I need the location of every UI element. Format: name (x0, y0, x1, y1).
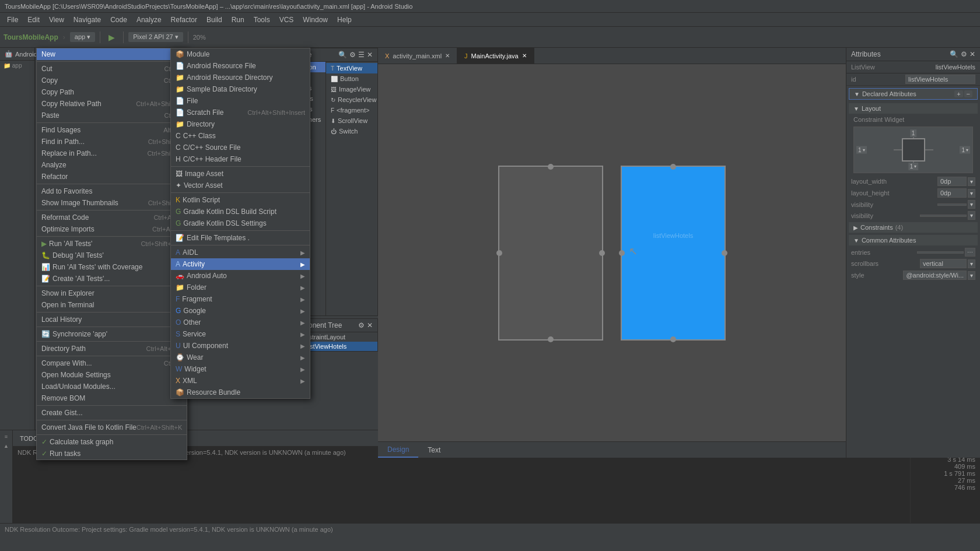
new-other[interactable]: O Other ▶ (171, 317, 310, 328)
menu-vcs[interactable]: VCS (275, 15, 299, 25)
constraint-top-val[interactable]: 1 (910, 129, 917, 137)
declared-remove-btn[interactable]: − (964, 90, 972, 97)
new-resource-bundle[interactable]: 📦 Resource Bundle (171, 387, 310, 398)
ctx-cut[interactable]: Cut Ctrl+X (37, 63, 187, 75)
device-selector[interactable]: Pixel 2 API 27 ▾ (128, 32, 183, 42)
palette-item-imageview[interactable]: 🖼 ImageView (326, 84, 377, 94)
declared-add-btn[interactable]: + (954, 90, 963, 97)
new-android-resource-file[interactable]: 📄 Android Resource File (171, 60, 310, 72)
new-kotlin-script[interactable]: K Kotlin Script (171, 194, 310, 206)
ctx-run-tasks[interactable]: ✓ Run tasks (37, 448, 187, 459)
new-wear[interactable]: ⌚ Wear ▶ (171, 352, 310, 363)
ctx-add-favorites[interactable]: Add to Favorites (37, 185, 187, 197)
ctx-new[interactable]: New ▶ (37, 48, 187, 60)
ctx-local-history[interactable]: Local History ▶ (37, 314, 187, 325)
comp-tree-settings-icon[interactable]: ⚙ (358, 321, 365, 329)
new-ui-component[interactable]: U UI Component ▶ (171, 340, 310, 352)
new-module[interactable]: 📦 Module (171, 48, 310, 60)
menu-refactor[interactable]: Refactor (166, 15, 202, 25)
constraint-right-val[interactable]: 1▾ (960, 146, 970, 154)
ctx-refactor[interactable]: Refactor ▶ (37, 171, 187, 183)
ctx-replace-path[interactable]: Replace in Path... Ctrl+Shift+R (37, 148, 187, 159)
menu-analyze[interactable]: Analyze (132, 15, 166, 25)
new-cpp-class[interactable]: C C++ Class (171, 130, 310, 142)
menu-build[interactable]: Build (202, 15, 227, 25)
ctx-copy-path[interactable]: Copy Path (37, 86, 187, 98)
scrollbars-value[interactable]: vertical (920, 259, 967, 268)
new-widget[interactable]: W Widget ▶ (171, 363, 310, 375)
ctx-find-usages[interactable]: Find Usages Alt+F7 (37, 124, 187, 136)
menu-view[interactable]: View (44, 15, 69, 25)
ctx-paste[interactable]: Paste Ctrl+V (37, 110, 187, 121)
ctx-debug-tests[interactable]: 🐛 Debug 'All Tests' (37, 250, 187, 261)
attr-close-icon[interactable]: ✕ (970, 50, 975, 58)
new-directory[interactable]: 📁 Directory (171, 118, 310, 130)
ctx-image-thumbnails[interactable]: Show Image Thumbnails Ctrl+Shift+T (37, 197, 187, 209)
menu-tools[interactable]: Tools (249, 15, 275, 25)
constraint-left-val[interactable]: 1▾ (856, 146, 867, 154)
palette-item-fragment[interactable]: F <fragment> (326, 105, 377, 115)
xml-tab-close[interactable]: ✕ (445, 52, 450, 59)
palette-item-switch[interactable]: ⏻ Switch (326, 126, 377, 136)
ctx-open-terminal[interactable]: Open in Terminal (37, 299, 187, 311)
menu-file[interactable]: File (2, 15, 23, 25)
new-android-auto[interactable]: 🚗 Android Auto ▶ (171, 270, 310, 282)
new-activity[interactable]: A Activity ▶ (171, 258, 310, 270)
design-tab[interactable]: Design (378, 442, 418, 458)
ctx-show-explorer[interactable]: Show in Explorer (37, 287, 187, 299)
scrollbars-dropdown[interactable]: ▾ (968, 259, 975, 268)
visibility2-dropdown[interactable]: ▾ (968, 211, 975, 220)
new-edit-templates[interactable]: 📝 Edit File Templates . (171, 232, 310, 244)
palette-settings-icon[interactable]: ⚙ (349, 51, 356, 59)
new-android-resource-dir[interactable]: 📁 Android Resource Directory (171, 72, 310, 83)
ctx-calc-graph[interactable]: ✓ Calculate task graph (37, 436, 187, 448)
palette-item-textview[interactable]: T TextView (326, 63, 377, 73)
build-strip-icon2[interactable]: ▲ (2, 442, 10, 450)
palette-item-recyclerview[interactable]: ↻ RecyclerView (326, 94, 377, 105)
new-cpp-source[interactable]: C C/C++ Source File (171, 142, 310, 153)
new-sample-data[interactable]: 📁 Sample Data Directory (171, 83, 310, 95)
ctx-run-coverage[interactable]: 📊 Run 'All Tests' with Coverage (37, 261, 187, 273)
ctx-module-settings[interactable]: Open Module Settings F4 (37, 369, 187, 381)
palette-item-scrollview[interactable]: ⬇ ScrollView (326, 115, 377, 126)
java-tab-close[interactable]: ✕ (522, 52, 527, 59)
new-gradle-build[interactable]: G Gradle Kotlin DSL Build Script (171, 206, 310, 217)
build-strip-icon[interactable]: ≡ (4, 433, 9, 441)
attr-id-value[interactable]: listViewHotels (905, 75, 975, 84)
ctx-copy-relative[interactable]: Copy Relative Path Ctrl+Alt+Shift+C (37, 98, 187, 110)
new-scratch[interactable]: 📄 Scratch File Ctrl+Alt+Shift+Insert (171, 107, 310, 118)
run-button[interactable]: ▶ (105, 31, 118, 43)
visibility2-value[interactable] (920, 215, 967, 217)
palette-layout-icon[interactable]: ☰ (358, 51, 365, 59)
new-fragment[interactable]: F Fragment ▶ (171, 293, 310, 305)
layout-height-dropdown[interactable]: ▾ (968, 189, 975, 198)
constraint-bottom-val[interactable]: 1▾ (908, 163, 919, 170)
new-image-asset[interactable]: 🖼 Image Asset (171, 168, 310, 180)
ctx-create-tests[interactable]: 📝 Create 'All Tests'... (37, 273, 187, 285)
ctx-remove-bom[interactable]: Remove BOM (37, 392, 187, 404)
tab-main-activity[interactable]: J MainActivity.java ✕ (457, 48, 534, 64)
ctx-compare[interactable]: Compare With... Ctrl+D (37, 357, 187, 369)
module-selector[interactable]: app ▾ (70, 32, 95, 42)
new-cpp-header[interactable]: H C/C++ Header File (171, 153, 310, 165)
new-aidl[interactable]: A AIDL ▶ (171, 247, 310, 258)
ctx-create-gist[interactable]: Create Gist... (37, 407, 187, 419)
new-folder[interactable]: 📁 Folder ▶ (171, 282, 310, 293)
new-google[interactable]: G Google ▶ (171, 305, 310, 317)
ctx-optimize[interactable]: Optimize Imports Ctrl+Alt+O (37, 223, 187, 235)
ctx-dir-path[interactable]: Directory Path Ctrl+Alt+F12 (37, 343, 187, 355)
menu-window[interactable]: Window (298, 15, 332, 25)
text-tab[interactable]: Text (418, 442, 450, 458)
new-service[interactable]: S Service ▶ (171, 328, 310, 340)
layout-width-value[interactable]: 0dp (937, 177, 967, 186)
ctx-analyze[interactable]: Analyze ▶ (37, 159, 187, 171)
menu-run[interactable]: Run (227, 15, 249, 25)
new-vector-asset[interactable]: ✦ Vector Asset (171, 180, 310, 191)
new-xml[interactable]: X XML ▶ (171, 375, 310, 387)
entries-btn[interactable]: ⋯ (965, 248, 975, 257)
ctx-convert-java[interactable]: Convert Java File to Kotlin File Ctrl+Al… (37, 422, 187, 433)
menu-help[interactable]: Help (332, 15, 356, 25)
ctx-reformat[interactable]: Reformat Code Ctrl+Alt+L (37, 212, 187, 223)
entries-value[interactable] (917, 251, 964, 254)
visibility-dropdown[interactable]: ▾ (968, 200, 975, 209)
